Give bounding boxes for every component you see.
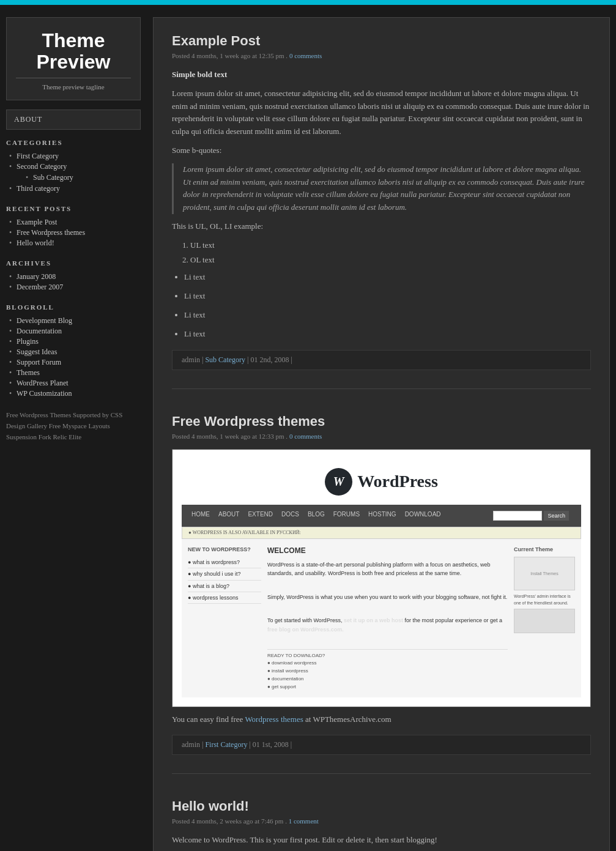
blogroll-link[interactable]: Themes <box>17 368 40 377</box>
wp-nav-item[interactable]: DOCS <box>278 508 303 524</box>
wp-nav-bar: HOME ABOUT EXTEND DOCS BLOG FORUMS HOSTI… <box>182 505 581 527</box>
list-item[interactable]: WP Customization <box>9 388 141 399</box>
recent-posts-section: RECENT POSTS Example Post Free Wordpress… <box>6 205 141 248</box>
post-meta: Posted 4 months, 1 week ago at 12:35 pm … <box>172 52 591 59</box>
wp-nav-item[interactable]: ABOUT <box>215 508 243 524</box>
blogroll-link[interactable]: WordPress Planet <box>17 379 69 387</box>
wp-circle: W <box>325 468 352 496</box>
main-content: Example Post Posted 4 months, 1 week ago… <box>153 17 610 851</box>
category-link[interactable]: First Category <box>17 152 59 160</box>
category-link[interactable]: Third category <box>17 184 60 193</box>
blogroll-link[interactable]: Support Forum <box>17 358 61 366</box>
list-item[interactable]: Example Post <box>9 217 141 228</box>
post-content: W WordPress HOME ABOUT EXTEND DOCS BLOG … <box>172 449 591 726</box>
wp-sidebar-mock: NEW TO WORDPRESS? ● what is wordpress? ●… <box>188 545 261 691</box>
wp-sidebar-item: ● wordpress lessons <box>188 592 261 604</box>
blogroll-list: Development Blog Documentation Plugins S… <box>6 316 141 399</box>
blogroll-title: BLOGROLL <box>6 303 141 311</box>
wp-current-theme-label: Current Theme <box>514 545 575 554</box>
blogroll-link[interactable]: Documentation <box>17 327 62 335</box>
wp-ready-text: READY TO DOWNLOAD? ● download wordpress … <box>267 649 508 691</box>
site-header: Theme Preview Theme preview tagline <box>6 17 141 100</box>
list-item[interactable]: Sub Category <box>26 173 141 183</box>
site-tagline: Theme preview tagline <box>16 78 131 91</box>
wp-welcome-title: WELCOME <box>267 545 508 557</box>
list-item[interactable]: Themes <box>9 368 141 378</box>
wp-nav-item[interactable]: FORUMS <box>330 508 363 524</box>
wp-main-mock: WELCOME WordPress is a state-of-the-art … <box>267 545 508 691</box>
wp-nav-item[interactable]: DOWNLOAD <box>401 508 445 524</box>
body-text: Lorem ipsum dolor sit amet, consectetur … <box>172 87 591 138</box>
blogroll-link[interactable]: Plugins <box>17 337 39 346</box>
list-item: Li text <box>184 309 591 322</box>
wp-nav-item[interactable]: EXTEND <box>244 508 276 524</box>
about-nav[interactable]: ABOUT <box>6 110 141 130</box>
archives-list: January 2008 December 2007 <box>6 272 141 292</box>
footer-date: 01 2nd, 2008 <box>250 355 289 364</box>
wp-theme-thumb: Install Themes <box>514 557 575 590</box>
wp-search-input[interactable] <box>493 511 542 521</box>
wp-admin-thumb <box>514 609 575 633</box>
comments-link[interactable]: 0 comments <box>289 52 322 59</box>
some-bquotes-label: Some b-quotes: <box>172 144 591 157</box>
footer-link[interactable]: Free Myspace Layouts <box>49 422 110 429</box>
categories-section: CATEGORIES First Category Second Categor… <box>6 139 141 194</box>
list-item[interactable]: WordPress Planet <box>9 378 141 388</box>
wordpress-themes-link[interactable]: Wordpress themes <box>245 715 303 724</box>
wp-sidebar-item: ● what is a blog? <box>188 581 261 592</box>
list-item[interactable]: Free Wordpress themes <box>9 228 141 238</box>
wp-nav-item[interactable]: HOME <box>188 508 213 524</box>
list-item[interactable]: Second Category Sub Category <box>9 162 141 184</box>
post: Free Wordpress themes Posted 4 months, 1… <box>172 414 591 775</box>
wp-nav-item[interactable]: HOSTING <box>365 508 400 524</box>
category-link[interactable]: Second Category <box>17 162 67 171</box>
unordered-list-spaced: Li text <box>184 290 591 303</box>
list-item[interactable]: Third category <box>9 184 141 194</box>
blogroll-link[interactable]: WP Customization <box>17 389 72 398</box>
list-item[interactable]: Plugins <box>9 336 141 347</box>
footer-date: 01 1st, 2008 <box>253 740 289 749</box>
blogroll-link[interactable]: Development Blog <box>17 316 72 325</box>
list-item[interactable]: First Category <box>9 151 141 162</box>
categories-list: First Category Second Category Sub Categ… <box>6 151 141 194</box>
footer-link[interactable]: Suspension Fork <box>6 433 51 440</box>
wp-content-area: NEW TO WORDPRESS? ● what is wordpress? ●… <box>182 539 581 697</box>
list-item[interactable]: January 2008 <box>9 272 141 282</box>
footer-author: admin <box>182 355 200 364</box>
post-link[interactable]: Hello world! <box>17 239 54 247</box>
post-date: Posted 4 months, 1 week ago at 12:35 pm … <box>172 52 288 59</box>
post-link[interactable]: Free Wordpress themes <box>17 228 85 237</box>
post-link[interactable]: Example Post <box>17 218 57 226</box>
list-item[interactable]: Development Blog <box>9 316 141 326</box>
wp-notice: ● WORDPRESS IS ALSO AVAILABLE IN РУССКИЙ… <box>182 527 581 540</box>
list-item[interactable]: Hello world! <box>9 238 141 248</box>
comments-link[interactable]: 1 comment <box>289 817 319 825</box>
sidebar: Theme Preview Theme preview tagline ABOU… <box>6 17 141 851</box>
footer-category-link[interactable]: First Category <box>205 740 247 749</box>
post-footer: admin | Sub Category | 01 2nd, 2008 | <box>172 350 591 370</box>
footer-link[interactable]: Relic Elite <box>53 433 81 440</box>
wp-setup-text: To get started with WordPress, set it up… <box>267 616 508 634</box>
footer-category-link[interactable]: Sub Category <box>205 355 245 364</box>
post-meta: Posted 4 months, 2 weeks ago at 7:46 pm … <box>172 817 591 825</box>
archive-link[interactable]: January 2008 <box>17 272 56 281</box>
sub-category-link[interactable]: Sub Category <box>33 173 73 182</box>
wordpress-screenshot: W WordPress HOME ABOUT EXTEND DOCS BLOG … <box>172 449 591 707</box>
list-item[interactable]: December 2007 <box>9 282 141 292</box>
list-item[interactable]: Suggest Ideas <box>9 347 141 357</box>
wp-search-button[interactable]: Search <box>544 511 569 521</box>
comments-link[interactable]: 0 comments <box>289 433 322 440</box>
wp-sidebar-item: ● why should i use it? <box>188 568 261 580</box>
list-item: OL text <box>190 254 591 267</box>
footer-link[interactable]: Free Wordpress Themes <box>6 411 71 418</box>
bold-label: Simple bold text <box>172 70 227 79</box>
list-item[interactable]: Support Forum <box>9 357 141 368</box>
wp-logo-area: W WordPress <box>182 459 581 505</box>
archive-link[interactable]: December 2007 <box>17 283 63 291</box>
post-title: Hello world! <box>172 798 591 814</box>
wp-nav-item[interactable]: BLOG <box>304 508 328 524</box>
post-title: Free Wordpress themes <box>172 414 591 429</box>
list-item[interactable]: Documentation <box>9 326 141 336</box>
list-item: Li text <box>184 271 591 284</box>
blogroll-link[interactable]: Suggest Ideas <box>17 347 57 356</box>
